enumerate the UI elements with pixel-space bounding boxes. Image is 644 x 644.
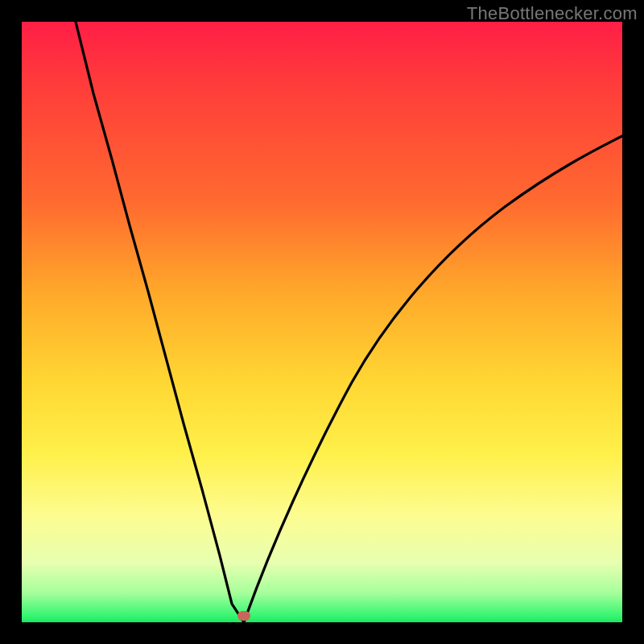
watermark-text: TheBottlenecker.com bbox=[467, 3, 638, 24]
chart-frame: TheBottlenecker.com bbox=[0, 0, 644, 644]
operating-point-marker bbox=[237, 611, 250, 621]
plot-background bbox=[22, 22, 622, 622]
bottleneck-curve bbox=[22, 22, 622, 622]
